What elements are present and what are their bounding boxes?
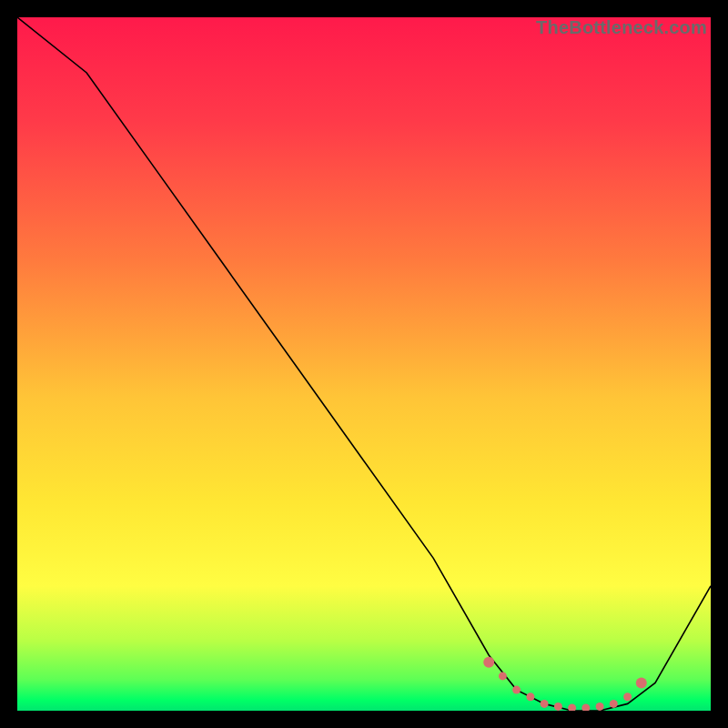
marker-dot xyxy=(512,686,521,694)
marker-dot xyxy=(541,700,549,708)
marker-dot xyxy=(623,693,632,701)
marker-dot xyxy=(636,678,647,689)
marker-dot xyxy=(483,657,494,668)
marker-dot xyxy=(596,703,604,711)
chart-svg xyxy=(17,17,711,711)
marker-dot xyxy=(610,700,618,708)
chart-stage: TheBottleneck.com xyxy=(0,0,728,728)
watermark-text: TheBottleneck.com xyxy=(536,17,707,38)
marker-dot xyxy=(526,693,534,701)
marker-dot xyxy=(554,703,562,711)
marker-dot xyxy=(499,672,507,680)
plot-area: TheBottleneck.com xyxy=(17,17,711,711)
